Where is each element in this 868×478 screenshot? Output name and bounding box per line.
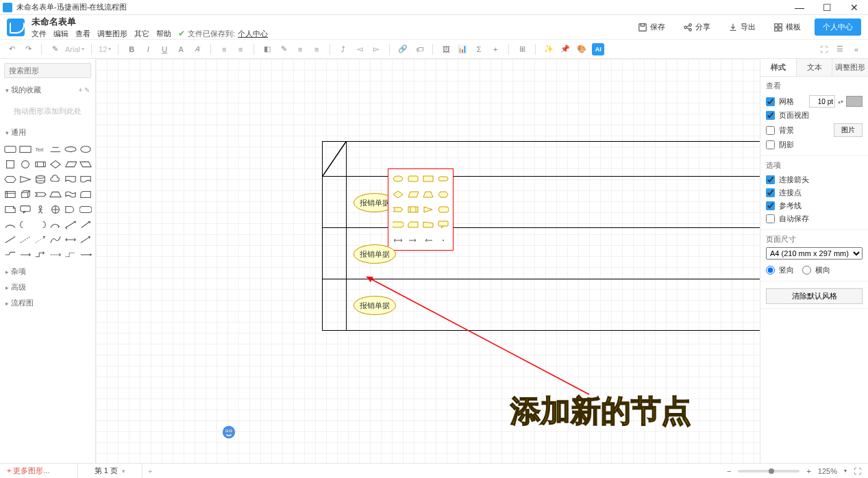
picker-rounded[interactable] xyxy=(406,172,420,186)
document-title[interactable]: 未命名表单 xyxy=(32,16,268,28)
assistant-icon[interactable] xyxy=(221,425,236,440)
share-button[interactable]: 分享 xyxy=(679,19,715,35)
shape-cloud[interactable] xyxy=(49,173,62,186)
font-family-select[interactable]: Arial ▾ xyxy=(65,45,84,53)
picker-step[interactable] xyxy=(391,203,405,216)
portrait-radio[interactable] xyxy=(766,266,775,275)
shape-arc[interactable] xyxy=(4,218,16,231)
font-color-button[interactable]: A xyxy=(175,43,187,55)
zoom-in-button[interactable]: + xyxy=(806,467,810,475)
collapse-panel-button[interactable]: « xyxy=(850,43,863,55)
format-painter-button[interactable]: ✎ xyxy=(49,43,61,55)
shadow-checkbox[interactable] xyxy=(766,140,775,149)
export-button[interactable]: 导出 xyxy=(724,19,760,35)
picker-parallelogram[interactable] xyxy=(406,187,420,201)
italic-button[interactable]: I xyxy=(142,43,154,55)
swimlane-table[interactable]: 报销单据 xyxy=(322,141,760,331)
add-page-button[interactable]: + xyxy=(148,467,152,475)
shape-step[interactable] xyxy=(34,188,47,201)
profile-button[interactable]: 个人中心 xyxy=(815,18,861,36)
shape-connector-4[interactable] xyxy=(49,249,62,261)
shape-cube[interactable] xyxy=(19,188,32,201)
window-minimize-button[interactable]: — xyxy=(786,0,813,15)
align-center-button[interactable]: ≡ xyxy=(234,43,247,55)
conn-arrow-checkbox[interactable] xyxy=(766,175,775,184)
shape-process[interactable] xyxy=(34,158,47,171)
shape-parallelogram[interactable] xyxy=(64,158,77,171)
align-left-button[interactable]: ≡ xyxy=(218,43,230,55)
general-section-header[interactable]: 通用 xyxy=(0,125,95,140)
shape-rect[interactable] xyxy=(19,143,32,155)
font-size-select[interactable]: 12 ▾ xyxy=(99,45,111,53)
shape-note[interactable] xyxy=(4,203,16,216)
page-view-checkbox[interactable] xyxy=(766,111,775,120)
shape-bidir-arrow[interactable] xyxy=(64,234,77,246)
zoom-slider[interactable] xyxy=(738,470,799,473)
template-button[interactable]: 模板 xyxy=(769,19,805,35)
picker-process[interactable] xyxy=(406,203,420,216)
shape-connector-6[interactable] xyxy=(79,249,92,261)
node-ellipse-2[interactable]: 报销单据 xyxy=(354,244,396,264)
shape-square[interactable] xyxy=(4,158,16,171)
swimlane-corner[interactable] xyxy=(323,142,347,176)
save-button[interactable]: 保存 xyxy=(634,19,669,35)
grid-checkbox[interactable] xyxy=(766,97,775,106)
connector-button[interactable]: ⤴ xyxy=(337,43,349,55)
shape-underline-text[interactable] xyxy=(49,143,62,155)
shape-document[interactable] xyxy=(64,173,77,186)
shape-callout[interactable] xyxy=(19,203,32,216)
arrow-start-button[interactable]: ◅ xyxy=(354,43,366,55)
shape-actor[interactable] xyxy=(34,203,47,216)
fullscreen-button[interactable]: ⛶ xyxy=(817,43,830,55)
favorites-section-header[interactable]: 我的收藏 + ✎ xyxy=(0,82,95,98)
shape-cylinder[interactable] xyxy=(34,173,47,186)
landscape-radio[interactable] xyxy=(802,266,811,275)
shape-arrow-s[interactable] xyxy=(49,218,62,231)
shape-line[interactable] xyxy=(4,234,16,246)
grid-color-swatch[interactable] xyxy=(846,96,863,107)
line-style-button[interactable]: ≡ xyxy=(294,43,306,55)
shape-internal-storage[interactable] xyxy=(4,188,16,201)
shape-triangle[interactable] xyxy=(19,173,32,186)
bold-button[interactable]: B xyxy=(125,43,138,55)
undo-button[interactable]: ↶ xyxy=(5,43,18,55)
picker-ellipse[interactable] xyxy=(391,172,405,186)
picker-hexagon[interactable] xyxy=(436,187,450,201)
tab-style[interactable]: 样式 xyxy=(760,59,797,76)
zoom-out-button[interactable]: − xyxy=(727,467,731,475)
shape-parallelogram-r[interactable] xyxy=(79,158,92,171)
shape-document2[interactable] xyxy=(79,173,92,186)
tag-button[interactable]: 🏷 xyxy=(413,43,425,55)
tab-text[interactable]: 文本 xyxy=(797,59,833,76)
shape-connector-2[interactable] xyxy=(19,249,32,261)
shape-arrow-up[interactable] xyxy=(79,218,92,231)
redo-button[interactable]: ↷ xyxy=(22,43,34,55)
menu-edit[interactable]: 编辑 xyxy=(53,29,69,39)
zoom-dropdown-icon[interactable]: ▾ xyxy=(844,468,847,474)
shape-arrow-bi[interactable] xyxy=(64,218,77,231)
shape-arrow-r[interactable] xyxy=(79,234,92,246)
shape-ellipse[interactable] xyxy=(79,143,92,155)
background-image-button[interactable]: 图片 xyxy=(834,123,863,137)
shape-dashed-line[interactable] xyxy=(19,234,32,246)
page-size-select[interactable]: A4 (210 mm x 297 mm) xyxy=(766,247,863,260)
shape-connector-5[interactable] xyxy=(64,249,77,261)
shape-bracket-r[interactable] xyxy=(34,218,47,231)
line-width-button[interactable]: ≡ xyxy=(310,43,323,55)
clear-format-button[interactable]: 𝘈̸ xyxy=(191,43,203,55)
shape-connector-1[interactable] xyxy=(4,249,16,261)
flowchart-section-header[interactable]: 流程图 xyxy=(0,295,95,311)
background-checkbox[interactable] xyxy=(766,126,775,135)
picker-triangle[interactable] xyxy=(421,203,435,216)
shape-hexagon[interactable] xyxy=(4,173,16,186)
shape-connector-3[interactable] xyxy=(34,249,47,261)
underline-button[interactable]: U xyxy=(158,43,171,55)
add-button[interactable]: + xyxy=(489,43,501,55)
insert-image-button[interactable]: 🖼 xyxy=(440,43,452,55)
insert-chart-button[interactable]: 📊 xyxy=(456,43,469,55)
page-tab-menu-icon[interactable]: ▾ xyxy=(122,468,125,475)
picker-display[interactable] xyxy=(436,203,450,216)
beautify-button[interactable]: 🎨 xyxy=(575,43,588,55)
shape-and[interactable] xyxy=(64,203,77,216)
menu-help[interactable]: 帮助 xyxy=(156,29,171,39)
